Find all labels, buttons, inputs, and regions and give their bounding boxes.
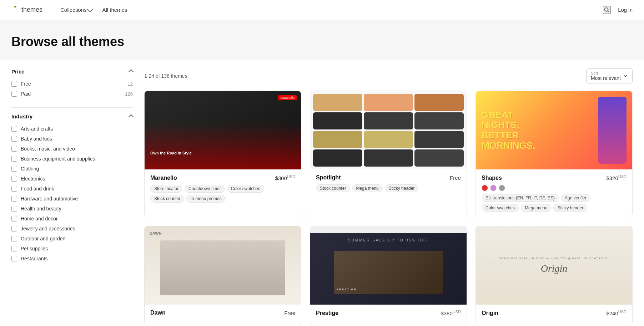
login-button[interactable]: Log in <box>618 7 633 13</box>
swatch-purple <box>490 185 497 191</box>
hero-section: Browse all themes <box>0 20 644 60</box>
theme-info-maranello: Maranello $300USD Store locator Countdow… <box>145 169 301 208</box>
theme-image-maranello: maranello Own the Road in Style <box>145 91 301 169</box>
filter-item-business[interactable]: Business equipment and supplies <box>11 154 133 164</box>
outdoor-checkbox[interactable] <box>11 236 17 241</box>
sort-chevron-icon <box>623 73 628 78</box>
theme-price-prestige: $380USD <box>441 310 461 316</box>
dawn-product <box>160 240 285 295</box>
price-filter-section: Price Free 12 Paid 126 <box>11 68 133 99</box>
nav-collections[interactable]: Collections <box>57 5 96 15</box>
filter-item-electronics[interactable]: Electronics <box>11 174 133 184</box>
filter-item-books[interactable]: Books, music, and video <box>11 144 133 154</box>
filter-item-jewelry[interactable]: Jewelry and accessories <box>11 224 133 234</box>
theme-card-origin[interactable]: Seasonal sale on now — use 'Originals' a… <box>476 226 633 325</box>
shapes-can-icon <box>598 97 627 164</box>
filter-item-clothing[interactable]: Clothing <box>11 164 133 174</box>
filter-item-arts-crafts[interactable]: Arts and crafts <box>11 124 133 134</box>
filter-item-hardware[interactable]: Hardware and automotive <box>11 194 133 204</box>
home-label: Home and decor <box>21 216 58 221</box>
paid-checkbox[interactable] <box>11 91 17 97</box>
theme-card-maranello[interactable]: maranello Own the Road in Style Maranell… <box>144 91 301 217</box>
theme-name-spotlight: Spotlight <box>316 174 341 181</box>
electronics-label: Electronics <box>21 176 45 182</box>
prestige-banner: SUMMER SALE UP TO 35% OFF <box>310 233 467 247</box>
baby-kids-checkbox[interactable] <box>11 136 17 142</box>
baby-kids-label: Baby and kids <box>21 136 52 142</box>
theme-info-dawn: Dawn Free <box>145 305 301 325</box>
theme-card-dawn[interactable]: DAWN Dawn Free <box>144 226 301 325</box>
theme-price-shapes: $320USD <box>606 174 627 181</box>
shopify-logo-icon <box>11 6 19 14</box>
theme-card-spotlight[interactable]: Spotlight Free Stock counter Mega menu S… <box>310 91 467 217</box>
electronics-checkbox[interactable] <box>11 176 17 182</box>
sort-label: Sort <box>591 71 621 75</box>
clothing-checkbox[interactable] <box>11 166 17 172</box>
industry-filter-header[interactable]: Industry <box>11 113 133 119</box>
business-label: Business equipment and supplies <box>21 156 95 162</box>
books-checkbox[interactable] <box>11 146 17 152</box>
filter-item-free[interactable]: Free 12 <box>11 79 133 89</box>
theme-image-prestige: SUMMER SALE UP TO 35% OFF PRESTIGE <box>310 226 467 305</box>
filter-item-health[interactable]: Health and beauty <box>11 204 133 214</box>
restaurants-checkbox[interactable] <box>11 256 17 261</box>
health-label: Health and beauty <box>21 206 61 212</box>
origin-wordmark: Origin <box>541 263 568 274</box>
nav-all-themes[interactable]: All themes <box>99 5 131 15</box>
theme-image-spotlight <box>310 91 467 169</box>
tag-in-menu-promos: In-menu promos <box>186 195 225 203</box>
industry-collapse-icon <box>129 114 134 119</box>
theme-tags-spotlight: Stock counter Mega menu Sticky header <box>316 184 461 192</box>
filter-item-food-drink[interactable]: Food and drink <box>11 184 133 194</box>
search-icon <box>604 6 610 14</box>
pet-checkbox[interactable] <box>11 246 17 251</box>
tag-stock-counter: Stock counter <box>150 195 184 203</box>
sort-dropdown[interactable]: Sort Most relevant <box>586 68 633 83</box>
filter-item-restaurants[interactable]: Restaurants <box>11 254 133 264</box>
restaurants-label: Restaurants <box>21 256 47 261</box>
filter-item-paid[interactable]: Paid 126 <box>11 89 133 99</box>
price-filter-header[interactable]: Price <box>11 68 133 75</box>
pet-label: Pet supplies <box>21 246 48 251</box>
theme-card-shapes[interactable]: GREATNIGHTS,BETTERMORNINGS. Shapes $320U… <box>476 91 633 217</box>
food-drink-checkbox[interactable] <box>11 186 17 192</box>
home-checkbox[interactable] <box>11 216 17 221</box>
hardware-label: Hardware and automotive <box>21 196 78 202</box>
filter-divider <box>11 107 133 108</box>
origin-banner: Seasonal sale on now — use 'Originals' a… <box>498 256 609 260</box>
filter-item-home[interactable]: Home and decor <box>11 214 133 224</box>
sort-value: Most relevant <box>591 75 621 81</box>
dawn-logo: DAWN <box>145 226 301 240</box>
theme-name-maranello: Maranello <box>150 175 177 181</box>
prestige-product: PRESTIGE <box>334 251 443 294</box>
themes-count: 1-24 of 138 themes <box>144 73 187 79</box>
food-drink-label: Food and drink <box>21 186 54 192</box>
theme-card-prestige[interactable]: SUMMER SALE UP TO 35% OFF PRESTIGE Prest… <box>310 226 467 325</box>
tag-color-swatches: Color swatches <box>227 185 264 193</box>
health-checkbox[interactable] <box>11 206 17 212</box>
free-checkbox[interactable] <box>11 81 17 87</box>
outdoor-label: Outdoor and garden <box>21 236 65 241</box>
page-title: Browse all themes <box>11 34 633 49</box>
theme-info-spotlight: Spotlight Free Stock counter Mega menu S… <box>310 169 467 197</box>
nav-collections-label: Collections <box>60 7 86 13</box>
filter-item-pet[interactable]: Pet supplies <box>11 244 133 254</box>
filter-item-baby-kids[interactable]: Baby and kids <box>11 134 133 144</box>
content-header: 1-24 of 138 themes Sort Most relevant <box>144 68 633 83</box>
maranello-tagline: Own the Road in Style <box>150 151 192 155</box>
search-button[interactable] <box>603 6 611 14</box>
theme-image-origin: Seasonal sale on now — use 'Originals' a… <box>476 226 632 305</box>
filter-item-outdoor[interactable]: Outdoor and garden <box>11 234 133 244</box>
logo-text: themes <box>21 6 42 14</box>
arts-crafts-checkbox[interactable] <box>11 126 17 132</box>
jewelry-checkbox[interactable] <box>11 226 17 231</box>
svg-line-1 <box>608 11 609 12</box>
free-label: Free <box>21 81 31 87</box>
main-nav: Collections All themes <box>57 5 603 15</box>
price-filter-label: Price <box>11 68 25 75</box>
logo-link[interactable]: themes <box>11 6 42 14</box>
business-checkbox[interactable] <box>11 156 17 162</box>
hardware-checkbox[interactable] <box>11 196 17 202</box>
tag-sticky-header-2: Sticky header <box>553 204 587 212</box>
shapes-swatches <box>482 185 627 191</box>
